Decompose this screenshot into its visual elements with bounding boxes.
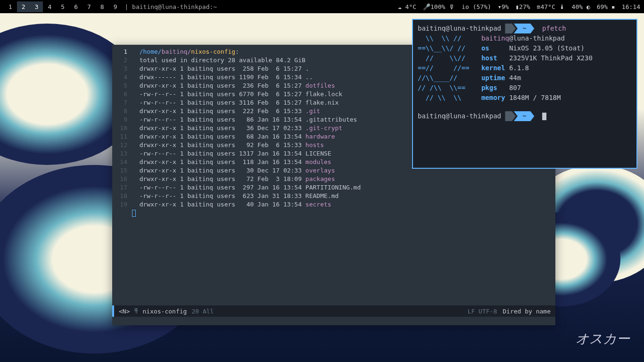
- editor-minibuffer[interactable]: [112, 317, 555, 325]
- pfetch-line: \\ \\ // baitinq@luna-thinkpad: [418, 33, 632, 43]
- prompt-cwd: ~: [514, 111, 534, 121]
- prompt-cwd: ~: [514, 24, 534, 33]
- pfetch-line: //\\____// uptime 44m: [418, 73, 632, 83]
- modeline: <N> ⸿ nixos-config 20 All LF UTF-8 Dired…: [112, 305, 555, 317]
- pfetch-logo-row: \\ \\ //: [418, 34, 473, 42]
- workspace-5[interactable]: 5: [56, 1, 69, 12]
- net-widget: ▾9%: [498, 3, 509, 10]
- pfetch-logo-row: ==// //==: [418, 64, 473, 72]
- prompt-separator-icon: [505, 111, 515, 121]
- modeline-icon: ⸿: [134, 308, 138, 315]
- terminal-command: pfetch: [542, 25, 566, 32]
- clock-widget: 16:14: [622, 3, 640, 10]
- pfetch-logo-row: // /\\ \\==: [418, 84, 473, 91]
- wallpaper-signature: オスカー: [576, 330, 630, 348]
- modeline-encoding: LF UTF-8: [468, 308, 497, 315]
- io-widget: io (57%): [462, 3, 491, 10]
- pfetch-line: ==\\__\\/ // os NixOS 23.05 (Stoat): [418, 43, 632, 53]
- pfetch-line: // \\// host 2325V1K ThinkPad X230: [418, 53, 632, 63]
- workspace-6[interactable]: 6: [69, 1, 83, 12]
- modeline-buffer: nixos-config: [142, 308, 187, 315]
- dired-entry[interactable]: drwxr-xr-x 1 baitinq users 72 Feb 3 18:0…: [132, 175, 555, 183]
- pfetch-logo-row: // \\//: [418, 54, 473, 62]
- dired-entry[interactable]: -rw-r--r-- 1 baitinq users 623 Jan 31 18…: [132, 192, 555, 200]
- workspace-1[interactable]: 1: [4, 1, 17, 12]
- battery2-widget: 40% ◐: [572, 3, 590, 10]
- terminal-line[interactable]: baitinq@luna-thinkpad ~: [418, 111, 632, 121]
- mic-widget: 🎤100% 🎙: [423, 3, 455, 10]
- pfetch-line: ==// //== kernel 6.1.8: [418, 63, 632, 73]
- battery3-widget: 69% ▪: [597, 3, 615, 10]
- workspace-9[interactable]: 9: [109, 1, 122, 12]
- dired-entry[interactable]: drwxr-xr-x 1 baitinq users 40 Jan 16 13:…: [132, 200, 555, 209]
- terminal-cursor-icon: [542, 113, 546, 120]
- workspace-3[interactable]: 3: [30, 1, 43, 12]
- cloud-icon: ☁: [398, 3, 402, 10]
- pfetch-logo-row: //\\____//: [418, 74, 473, 82]
- pfetch-line: // \\ \\ memory 1848M / 7818M: [418, 93, 632, 103]
- terminal-line: baitinq@luna-thinkpad ~ pfetch: [418, 24, 632, 33]
- status-bar: 123456789 | baitinq@luna-thinkpad:~ ☁ 4°…: [0, 0, 644, 13]
- pfetch-line: // /\\ \\== pkgs 807: [418, 83, 632, 93]
- weather-widget: ☁ 4°C: [398, 3, 416, 10]
- workspace-list: 123456789: [4, 1, 122, 12]
- pfetch-logo-row: ==\\__\\/ //: [418, 44, 473, 52]
- modeline-state: <N>: [119, 308, 130, 315]
- workspace-2[interactable]: 2: [17, 1, 30, 12]
- dired-entry[interactable]: -rw-r--r-- 1 baitinq users 297 Jan 16 13…: [132, 183, 555, 192]
- pfetch-logo-row: // \\ \\: [418, 94, 473, 101]
- temp-widget: ≡47°C 🌡: [537, 3, 565, 10]
- mic-icon: 🎤: [423, 3, 430, 10]
- workspace-7[interactable]: 7: [83, 1, 96, 12]
- modeline-mode: Dired by name: [503, 308, 551, 315]
- prompt-userhost: baitinq@luna-thinkpad: [418, 25, 501, 32]
- window-title: | baitinq@luna-thinkpad:~: [124, 3, 217, 10]
- prompt-userhost: baitinq@luna-thinkpad: [418, 112, 501, 120]
- workspace-8[interactable]: 8: [96, 1, 109, 12]
- prompt-separator-icon: [505, 24, 515, 33]
- workspace-4[interactable]: 4: [43, 1, 56, 12]
- modeline-position: 20 All: [191, 308, 214, 315]
- line-number-gutter: 12345678910111213141516171819: [112, 48, 132, 305]
- terminal-window[interactable]: baitinq@luna-thinkpad ~ pfetch \\ \\ // …: [412, 19, 637, 169]
- status-right: ☁ 4°C 🎤100% 🎙 io (57%) ▾9% ▮27% ≡47°C 🌡 …: [398, 3, 640, 10]
- editor-cursor-line: [132, 209, 555, 217]
- cursor-icon: [132, 210, 136, 217]
- battery1-widget: ▮27%: [515, 3, 530, 10]
